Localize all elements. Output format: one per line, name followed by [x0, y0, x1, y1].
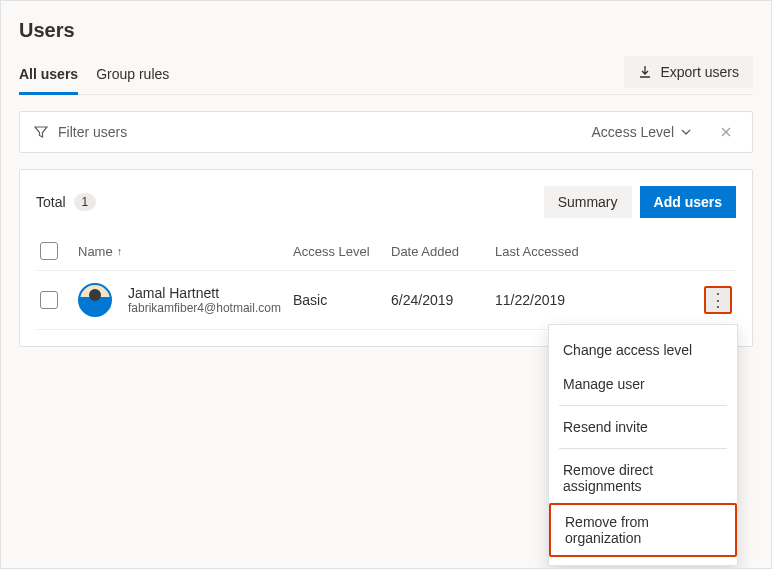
- context-menu: Change access level Manage user Resend i…: [548, 324, 738, 566]
- sort-arrow-icon: ↑: [117, 245, 123, 257]
- column-date-added[interactable]: Date Added: [391, 244, 495, 259]
- menu-divider: [559, 448, 727, 449]
- avatar: [78, 283, 112, 317]
- menu-manage-user[interactable]: Manage user: [549, 367, 737, 401]
- menu-remove-from-organization[interactable]: Remove from organization: [549, 503, 737, 557]
- close-icon[interactable]: [714, 122, 738, 142]
- chevron-down-icon: [680, 126, 692, 138]
- user-email: fabrikamfiber4@hotmail.com: [128, 301, 281, 315]
- user-last-accessed: 11/22/2019: [495, 292, 605, 308]
- table-header: Name ↑ Access Level Date Added Last Acce…: [36, 236, 736, 271]
- column-last-accessed[interactable]: Last Accessed: [495, 244, 605, 259]
- filter-input[interactable]: Filter users: [58, 124, 582, 140]
- menu-remove-direct-assignments[interactable]: Remove direct assignments: [549, 453, 737, 503]
- tab-bar: All users Group rules Export users: [19, 56, 753, 95]
- summary-button[interactable]: Summary: [544, 186, 632, 218]
- page-title: Users: [19, 19, 753, 42]
- user-name: Jamal Hartnett: [128, 285, 281, 301]
- users-card: Total 1 Summary Add users Name ↑ Access …: [19, 169, 753, 347]
- filter-bar: Filter users Access Level: [19, 111, 753, 153]
- row-checkbox[interactable]: [40, 291, 58, 309]
- column-access-level[interactable]: Access Level: [293, 244, 391, 259]
- more-actions-button[interactable]: ⋮: [704, 286, 732, 314]
- more-vertical-icon: ⋮: [709, 289, 727, 311]
- total-badge: 1: [74, 193, 97, 211]
- menu-divider: [559, 405, 727, 406]
- total-count: Total 1: [36, 193, 96, 211]
- table-row: Jamal Hartnett fabrikamfiber4@hotmail.co…: [36, 271, 736, 330]
- menu-change-access-level[interactable]: Change access level: [549, 333, 737, 367]
- add-users-button[interactable]: Add users: [640, 186, 736, 218]
- user-access-level: Basic: [293, 292, 391, 308]
- export-users-label: Export users: [660, 64, 739, 80]
- menu-resend-invite[interactable]: Resend invite: [549, 410, 737, 444]
- access-level-dropdown[interactable]: Access Level: [592, 124, 692, 140]
- select-all-checkbox[interactable]: [40, 242, 58, 260]
- tab-group-rules[interactable]: Group rules: [96, 60, 169, 95]
- download-icon: [638, 65, 652, 79]
- export-users-button[interactable]: Export users: [624, 56, 753, 88]
- access-level-label: Access Level: [592, 124, 674, 140]
- user-date-added: 6/24/2019: [391, 292, 495, 308]
- total-label: Total: [36, 194, 66, 210]
- filter-icon: [34, 125, 48, 139]
- column-name[interactable]: Name: [78, 244, 113, 259]
- tab-all-users[interactable]: All users: [19, 60, 78, 95]
